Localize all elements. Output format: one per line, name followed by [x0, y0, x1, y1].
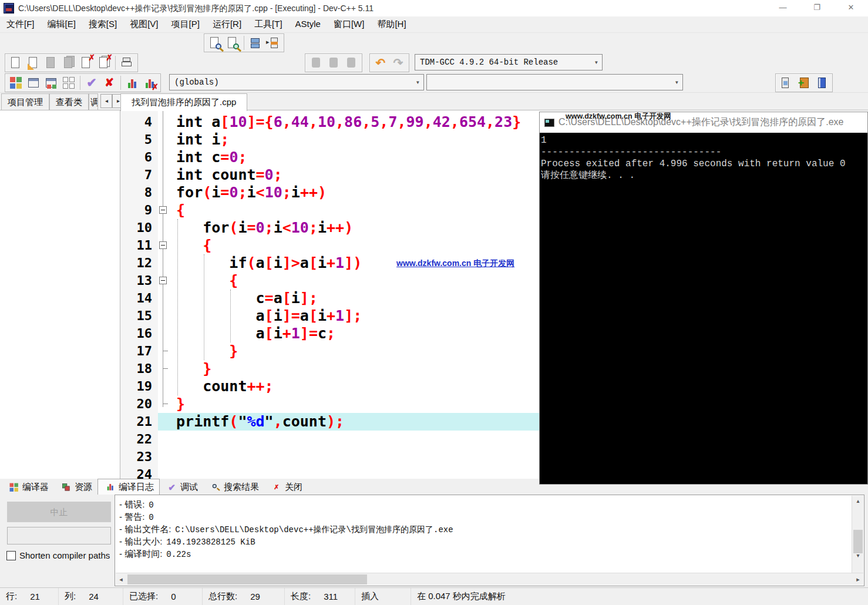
report-tab-1[interactable]: 资源: [54, 479, 97, 495]
compile-button[interactable]: [7, 74, 25, 92]
scroll-right-icon[interactable]: ▸: [853, 573, 863, 586]
syntax-check-icon: ✔: [85, 76, 99, 90]
compiler-select[interactable]: TDM-GCC 4.9.2 64-bit Release ▾: [415, 54, 603, 70]
save-all-button[interactable]: [60, 54, 78, 72]
code-text: }: [167, 360, 211, 378]
closex-icon: ✗: [271, 482, 281, 492]
log-horizontal-scrollbar[interactable]: ◂ ▸: [116, 573, 863, 585]
menu-item-1[interactable]: 编辑[E]: [41, 16, 82, 32]
chevron-down-icon: ▾: [594, 55, 598, 70]
status-cell-2: 已选择:0: [123, 588, 203, 605]
shorten-paths-checkbox[interactable]: [6, 551, 16, 560]
menu-item-4[interactable]: 项目[P]: [165, 16, 206, 32]
toolbar-row-compile: ✔✘✗ (globals) ▾ ▾ ＋: [0, 73, 868, 93]
menu-item-9[interactable]: 帮助[H]: [371, 16, 412, 32]
split-editor-icon: [248, 36, 263, 50]
close-all-icon: ✗: [97, 56, 111, 70]
scrollbar-thumb[interactable]: [853, 530, 863, 553]
new-template-icon: [779, 76, 793, 90]
compile-run-button[interactable]: [42, 74, 60, 92]
report-tab-label: 搜索结果: [224, 482, 259, 493]
close-all-button[interactable]: ✗: [95, 54, 113, 72]
members-select[interactable]: ▾: [426, 74, 683, 90]
report-tab-3[interactable]: ✔调试: [160, 479, 203, 495]
report-tab-label: 调试: [180, 482, 198, 493]
console-output: 1--------------------------------Process…: [541, 135, 866, 182]
redo-button[interactable]: ↷: [389, 54, 407, 72]
open-button[interactable]: [25, 54, 42, 72]
line-number: 11: [120, 237, 152, 254]
new-source-button[interactable]: [7, 54, 25, 72]
undo-icon: ↶: [374, 56, 388, 70]
replace-button[interactable]: [224, 34, 241, 52]
goto-line-button[interactable]: [342, 54, 360, 72]
toolbar-row-main: ✗✗ ↶↷ TDM-GCC 4.9.2 64-bit Release ▾: [0, 53, 868, 73]
restore-icon[interactable]: ❐: [800, 0, 834, 16]
code-text: int count=0;: [167, 166, 282, 184]
scroll-left-icon[interactable]: ◂: [116, 573, 126, 586]
view-toolbar-group: ▸: [204, 33, 284, 52]
package-manager-button[interactable]: ＋: [795, 74, 813, 92]
status-cell-4: 长度:311: [285, 588, 355, 605]
menu-item-8[interactable]: 窗口[W]: [327, 16, 371, 32]
chevron-down-icon: ▾: [416, 75, 420, 90]
run-button[interactable]: [25, 74, 42, 92]
title-bar[interactable]: C:\Users\DELL\Desktop\devc++操作记录\找到冒泡排序的…: [0, 0, 868, 16]
menu-item-3[interactable]: 视图[V]: [123, 16, 164, 32]
syntax-check-button[interactable]: ✔: [83, 74, 100, 92]
menu-item-6[interactable]: 工具[T]: [248, 16, 289, 32]
close-button[interactable]: ✗: [78, 54, 95, 72]
print-button[interactable]: [118, 54, 136, 72]
close-icon[interactable]: ✕: [834, 0, 868, 16]
split-editor-button[interactable]: [247, 34, 264, 52]
help-book-button[interactable]: [813, 74, 830, 92]
find-button[interactable]: [206, 34, 224, 52]
save-button[interactable]: [42, 54, 60, 72]
status-cell-0: 行:21: [0, 588, 59, 605]
console-output-line: 1: [541, 135, 866, 146]
log-vertical-scrollbar[interactable]: ▴ ▾: [852, 496, 863, 573]
report-tab-2[interactable]: 编译日志: [97, 479, 160, 495]
fold-collapse-icon[interactable]: [159, 241, 167, 249]
fold-collapse-icon[interactable]: [159, 206, 167, 214]
tab-scroll-left-icon[interactable]: ◂: [100, 94, 112, 108]
scroll-up-icon[interactable]: ▴: [852, 496, 864, 506]
console-output-line: Process exited after 4.996 seconds with …: [541, 158, 866, 170]
project-panel[interactable]: [0, 110, 120, 479]
menu-item-2[interactable]: 搜索[S]: [82, 16, 123, 32]
left-panel-tab-2[interactable]: 调: [89, 93, 98, 110]
delete-profiling-button[interactable]: ✗: [141, 74, 159, 92]
fold-collapse-icon[interactable]: [159, 277, 167, 284]
rebuild-all-button[interactable]: [60, 74, 78, 92]
editor-file-tab[interactable]: 找到冒泡排序的原因了.cpp: [120, 93, 247, 111]
abort-button[interactable]: 中止: [7, 502, 111, 522]
line-number: 15: [120, 307, 152, 325]
left-panel-tab-1[interactable]: 查看类: [49, 93, 89, 110]
scroll-down-icon[interactable]: ▾: [852, 550, 864, 560]
scrollbar-thumb[interactable]: [127, 574, 367, 584]
help-book-icon: [815, 76, 829, 90]
left-panel-tab-0[interactable]: 项目管理: [1, 93, 49, 110]
floating-report-button[interactable]: ▸: [264, 34, 282, 52]
menu-item-0[interactable]: 文件[F]: [0, 16, 41, 32]
shorten-paths-option[interactable]: Shorten compiler paths: [6, 550, 110, 560]
menu-item-7[interactable]: AStyle: [289, 16, 327, 31]
report-tab-0[interactable]: 编译器: [2, 479, 54, 495]
profile-icon: [125, 76, 139, 90]
minimize-icon[interactable]: —: [766, 0, 800, 16]
toolbar-row-view: ▸: [0, 33, 868, 53]
report-tab-4[interactable]: 搜索结果: [203, 479, 264, 495]
new-template-button[interactable]: [778, 74, 795, 92]
forward-button[interactable]: [325, 54, 342, 72]
back-button[interactable]: [307, 54, 325, 72]
check-icon: ✔: [167, 482, 176, 492]
profile-button[interactable]: [123, 74, 141, 92]
globals-select[interactable]: (globals) ▾: [169, 74, 424, 90]
compile-progress-bar: [7, 527, 111, 544]
menu-item-5[interactable]: 运行[R]: [206, 16, 248, 32]
save-all-icon: [62, 56, 76, 70]
abort-compilation-button[interactable]: ✘: [100, 74, 118, 92]
report-tab-5[interactable]: ✗关闭: [264, 479, 308, 495]
undo-button[interactable]: ↶: [372, 54, 389, 72]
package-toolbar-group: ＋: [775, 73, 833, 92]
